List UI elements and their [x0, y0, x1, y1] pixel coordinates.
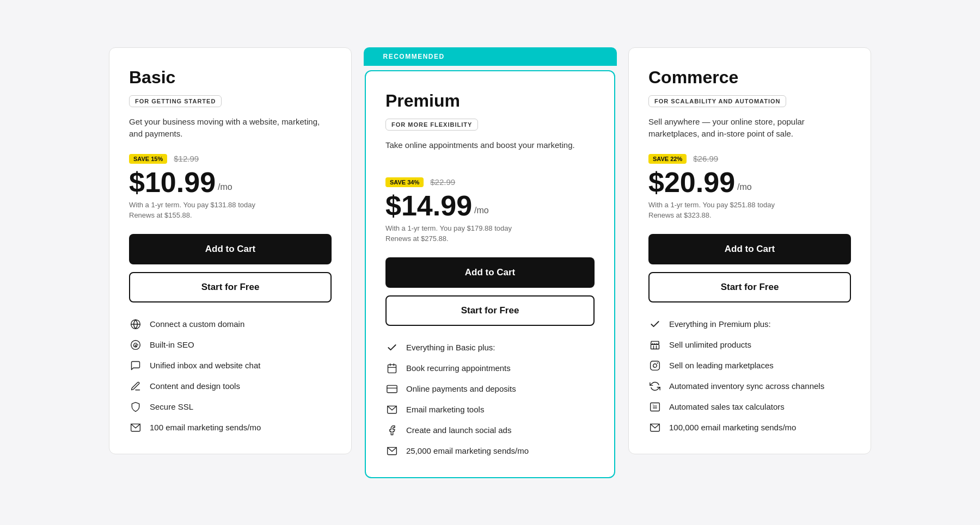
start-for-free-button-basic[interactable]: Start for Free: [129, 272, 332, 302]
price-mo: /mo: [218, 182, 232, 192]
plan-description: Get your business moving with a website,…: [129, 116, 332, 142]
feature-item: Email marketing tools: [385, 403, 595, 416]
feature-text: Everything in Premium plus:: [669, 319, 771, 329]
shield-icon: [129, 400, 142, 413]
feature-text: 100 email marketing sends/mo: [150, 423, 261, 432]
plan-card-commerce: CommerceFOR SCALABILITY AND AUTOMATIONSe…: [628, 47, 871, 454]
pricing-container: BasicFOR GETTING STARTEDGet your busines…: [109, 47, 871, 478]
original-price: $12.99: [174, 154, 199, 163]
feature-item: Online payments and deposits: [385, 382, 595, 396]
price-mo: /mo: [474, 206, 489, 215]
facebook-icon: [385, 424, 399, 437]
price-note: With a 1-yr term. You pay $131.88 todayR…: [129, 200, 332, 221]
recommended-wrapper: RECOMMENDEDPremiumFOR MORE FLEXIBILITYTa…: [365, 70, 615, 478]
svg-point-16: [653, 363, 657, 367]
svg-rect-12: [651, 344, 659, 349]
feature-item: Secure SSL: [129, 400, 332, 413]
feature-item: Built-in SEO: [129, 338, 332, 351]
feature-item: 100,000 email marketing sends/mo: [648, 421, 851, 434]
price-row: SAVE 22%$26.99: [648, 154, 851, 164]
feature-text: Automated inventory sync across channels: [669, 381, 824, 391]
svg-rect-8: [387, 385, 397, 392]
start-for-free-button-commerce[interactable]: Start for Free: [648, 272, 851, 302]
check-icon: [648, 318, 661, 331]
feature-item: Automated sales tax calculators: [648, 400, 851, 413]
feature-text: Secure SSL: [150, 402, 193, 411]
feature-text: Connect a custom domain: [150, 319, 244, 329]
google-icon: [129, 338, 142, 351]
price-main: $10.99/mo: [129, 168, 332, 196]
plan-description: Sell anywhere — your online store, popul…: [648, 116, 851, 142]
features-list: Connect a custom domainBuilt-in SEOUnifi…: [129, 318, 332, 434]
feature-item: 100 email marketing sends/mo: [129, 421, 332, 434]
price-row: SAVE 34%$22.99: [385, 177, 595, 187]
feature-item: Automated inventory sync across channels: [648, 380, 851, 393]
feature-item: Sell unlimited products: [648, 338, 851, 351]
email-icon: [385, 444, 399, 458]
add-to-cart-button-premium[interactable]: Add to Cart: [385, 257, 595, 288]
save-badge: SAVE 22%: [648, 154, 687, 164]
plan-name: Commerce: [648, 67, 851, 88]
plan-name: Basic: [129, 67, 332, 88]
calendar-icon: [385, 362, 399, 375]
plan-tag: FOR SCALABILITY AND AUTOMATION: [648, 95, 786, 107]
price-dollar: $20.99: [648, 168, 735, 196]
feature-text: Book recurring appointments: [406, 363, 511, 373]
svg-point-17: [657, 363, 658, 363]
add-to-cart-button-basic[interactable]: Add to Cart: [129, 234, 332, 264]
svg-rect-4: [388, 365, 396, 373]
save-badge: SAVE 15%: [129, 154, 167, 164]
feature-item: 25,000 email marketing sends/mo: [385, 444, 595, 458]
feature-item: Everything in Premium plus:: [648, 318, 851, 331]
price-note: With a 1-yr term. You pay $251.88 todayR…: [648, 200, 851, 221]
price-dollar: $14.99: [385, 192, 472, 220]
price-dollar: $10.99: [129, 168, 216, 196]
email-icon: [385, 403, 399, 416]
feature-item: Content and design tools: [129, 380, 332, 393]
card-icon: [385, 382, 399, 396]
feature-item: Connect a custom domain: [129, 318, 332, 331]
plan-card-basic: BasicFOR GETTING STARTEDGet your busines…: [109, 47, 352, 454]
plan-name: Premium: [385, 91, 595, 111]
feature-text: 100,000 email marketing sends/mo: [669, 423, 796, 432]
plan-description: Take online appointments and boost your …: [385, 139, 595, 165]
feature-text: Sell on leading marketplaces: [669, 361, 774, 370]
store-icon: [648, 338, 661, 351]
start-for-free-button-premium[interactable]: Start for Free: [385, 295, 595, 326]
feature-text: Online payments and deposits: [406, 384, 516, 393]
price-row: SAVE 15%$12.99: [129, 154, 332, 164]
feature-text: Everything in Basic plus:: [406, 343, 495, 352]
feature-text: 25,000 email marketing sends/mo: [406, 446, 529, 455]
design-icon: [129, 380, 142, 393]
svg-rect-18: [651, 403, 660, 411]
instagram-icon: [648, 359, 661, 372]
globe-icon: [129, 318, 142, 331]
email-icon: [648, 421, 661, 434]
price-main: $14.99/mo: [385, 192, 595, 220]
plan-tag: FOR GETTING STARTED: [129, 95, 222, 107]
feature-text: Sell unlimited products: [669, 340, 751, 349]
plan-card-premium: PremiumFOR MORE FLEXIBILITYTake online a…: [365, 70, 615, 478]
feature-text: Automated sales tax calculators: [669, 402, 785, 411]
feature-item: Create and launch social ads: [385, 424, 595, 437]
features-list: Everything in Basic plus:Book recurring …: [385, 341, 595, 458]
email-icon: [129, 421, 142, 434]
price-main: $20.99/mo: [648, 168, 851, 196]
svg-rect-15: [651, 361, 660, 370]
feature-text: Email marketing tools: [406, 405, 484, 414]
recommended-badge: RECOMMENDED: [364, 47, 617, 66]
features-list: Everything in Premium plus:Sell unlimite…: [648, 318, 851, 434]
feature-text: Built-in SEO: [150, 340, 194, 349]
feature-text: Unified inbox and website chat: [150, 361, 260, 370]
check-icon: [385, 341, 399, 354]
save-badge: SAVE 34%: [385, 177, 424, 187]
feature-item: Sell on leading marketplaces: [648, 359, 851, 372]
chat-icon: [129, 359, 142, 372]
feature-item: Book recurring appointments: [385, 362, 595, 375]
price-note: With a 1-yr term. You pay $179.88 todayR…: [385, 223, 595, 244]
feature-text: Create and launch social ads: [406, 425, 511, 435]
feature-item: Unified inbox and website chat: [129, 359, 332, 372]
sync-icon: [648, 380, 661, 393]
add-to-cart-button-commerce[interactable]: Add to Cart: [648, 234, 851, 264]
feature-item: Everything in Basic plus:: [385, 341, 595, 354]
